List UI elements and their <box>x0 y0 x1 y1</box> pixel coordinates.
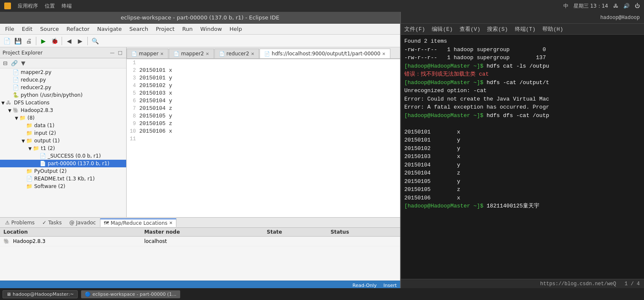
folder-icon: 📁 <box>26 138 33 144</box>
explorer-menu-btn[interactable]: ▼ <box>20 60 27 67</box>
dfs-icon: 🖧 <box>6 100 13 106</box>
term-prompt: [hadoop@HadoopMaster ~]$ <box>404 63 487 69</box>
toolbar-forward[interactable]: ▶ <box>75 36 85 46</box>
tree-label: reduce.py <box>21 77 46 83</box>
tab-mapper-icon: 📄 <box>131 51 137 57</box>
folder-icon: 📁 <box>26 130 33 136</box>
tree-item-8[interactable]: ▼ 📁 (8) <box>0 114 126 122</box>
minimize-panel[interactable]: — <box>109 49 116 56</box>
maximize-panel[interactable]: □ <box>117 49 124 56</box>
term-out-8: 20150105 z <box>404 185 641 194</box>
tree-item-pyoutput[interactable]: 📁 PyOutput (2) <box>0 167 126 175</box>
term-menu-help[interactable]: 帮助(H) <box>542 25 563 33</box>
tree-item-dfs[interactable]: ▼ 🖧 DFS Locations <box>0 99 126 106</box>
tree-label: DFS Locations <box>14 100 49 106</box>
eclipse-menubar: File Edit Source Refactor Navigate Searc… <box>0 24 400 35</box>
tab-part-close[interactable]: ✕ <box>382 52 385 56</box>
mapreduce-label: Map/Reduce Locations <box>111 220 168 226</box>
code-area: 1 220150101 x 320150101 y 420150102 y 52… <box>127 59 400 143</box>
tree-label: _SUCCESS (0.0 b, r1) <box>48 153 101 159</box>
col-state: State <box>263 228 327 237</box>
toolbar-search[interactable]: 🔍 <box>90 36 100 46</box>
tree-item-readme[interactable]: 📄 README.txt (1.3 Kb, r1) <box>0 175 126 183</box>
tree-item-input[interactable]: 📁 input (2) <box>0 129 126 137</box>
term-line-file2: -rw-r--r-- 1 hadoop supergroup 137 <box>404 54 641 62</box>
menu-refactor[interactable]: Refactor <box>63 25 93 33</box>
file-icon: 📄 <box>13 69 19 75</box>
terminal-menu-item[interactable]: 终端 <box>62 3 72 10</box>
menu-search[interactable]: Search <box>126 25 152 33</box>
terminal-bottom: https://blog.csdn.net/weQ 1 / 4 <box>401 279 644 288</box>
volume-icon: 🔊 <box>623 3 630 9</box>
term-out-6: 20150104 z <box>404 169 641 177</box>
toolbar-debug[interactable]: 🐞 <box>49 36 60 46</box>
taskbar-terminal[interactable]: 🖥 hadoop@HadoopMaster:~ <box>3 290 78 298</box>
app-menu-item[interactable]: 应用程序 <box>18 3 38 10</box>
collapse-all-btn[interactable]: ⊟ <box>2 60 9 67</box>
tab-part00000[interactable]: 📄 hdfs://localhost:9000/output/t1/part-0… <box>260 49 390 59</box>
tab-reducer2[interactable]: 📄 reducer2 ✕ <box>214 49 259 58</box>
taskbar-eclipse[interactable]: 🔵 eclipse-workspace - part-00000 (1... <box>81 290 180 298</box>
tab-reducer2-icon: 📄 <box>219 51 225 57</box>
tree-item-reducer2[interactable]: 📄 reducer2.py <box>0 84 126 91</box>
toolbar-save[interactable]: 💾 <box>13 36 23 46</box>
tree-item-mapper2[interactable]: 📄 mapper2.py <box>0 68 126 76</box>
bottom-tab-javadoc[interactable]: @ Javadoc <box>66 219 99 226</box>
bottom-tab-mapreduce[interactable]: 🗺 Map/Reduce Locations ✕ <box>100 218 176 227</box>
tab-mapper2[interactable]: 📄 mapper2 ✕ <box>169 49 214 58</box>
term-menu-search[interactable]: 搜索(S) <box>487 25 508 33</box>
menu-navigate[interactable]: Navigate <box>94 25 125 33</box>
toolbar-run[interactable]: ▶ <box>38 36 49 46</box>
menu-edit[interactable]: Edit <box>19 25 36 33</box>
tree-item-part00000[interactable]: 📄 part-00000 (137.0 b, r1) <box>0 160 126 167</box>
term-out-5: 20150104 y <box>404 161 641 169</box>
tree-item-software[interactable]: 📁 Software (2) <box>0 183 126 190</box>
link-editor-btn[interactable]: 🔗 <box>10 60 19 67</box>
folder-icon: 📁 <box>26 183 33 189</box>
tree-item-hadoop[interactable]: ▼ 🐘 Hadoop2.8.3 <box>0 106 126 114</box>
menu-file[interactable]: File <box>2 25 18 33</box>
tree-label: reducer2.py <box>21 85 51 90</box>
term-menu-terminal[interactable]: 终端(T) <box>515 25 536 33</box>
menu-source[interactable]: Source <box>37 25 62 33</box>
bottom-tab-tasks[interactable]: ✓ Tasks <box>39 219 65 226</box>
file-icon: 📄 <box>40 161 46 166</box>
tree-item-python[interactable]: 🐍 python (/usr/bin/python) <box>0 91 126 99</box>
tab-mapper-close[interactable]: ✕ <box>160 52 164 56</box>
editor-content[interactable]: 1 220150101 x 320150101 y 420150102 y 52… <box>127 59 400 217</box>
tree-item-t1[interactable]: ▼ 📁 t1 (2) <box>0 145 126 152</box>
term-menu-file[interactable]: 文件(F) <box>404 25 425 33</box>
system-bar-left: 应用程序 位置 终端 <box>4 3 72 10</box>
toolbar-back[interactable]: ◀ <box>64 36 74 46</box>
toolbar-print[interactable]: 🖨 <box>24 36 34 46</box>
tree-item-reduce[interactable]: 📄 reduce.py <box>0 76 126 84</box>
menu-project[interactable]: Project <box>152 25 178 33</box>
col-location: Location <box>0 228 141 237</box>
tab-reducer2-close[interactable]: ✕ <box>251 52 254 56</box>
term-line-cmd4: [hadoop@HadoopMaster ~]$ 18211400125童天宇 <box>404 202 641 210</box>
tab-mapper2-close[interactable]: ✕ <box>206 52 209 56</box>
term-cmd3: hdfs dfs -cat /outp <box>487 112 549 119</box>
location-menu-item[interactable]: 位置 <box>45 3 55 10</box>
menu-window[interactable]: Window <box>197 25 225 33</box>
bottom-tab-problems[interactable]: ⚠ Problems <box>2 219 38 226</box>
tree-item-data[interactable]: 📁 data (1) <box>0 122 126 129</box>
table-row[interactable]: 🐘 Hadoop2.8.3 localhost <box>0 237 400 246</box>
tree-item-success[interactable]: 📄 _SUCCESS (0.0 b, r1) <box>0 152 126 160</box>
terminal-content[interactable]: Found 2 items -rw-r--r-- 1 hadoop superg… <box>401 35 644 279</box>
tree-item-output[interactable]: ▼ 📁 output (1) <box>0 137 126 145</box>
menu-help[interactable]: Help <box>226 25 246 33</box>
term-menu-edit[interactable]: 编辑(E) <box>432 25 452 33</box>
tab-mapper[interactable]: 📄 mapper ✕ <box>127 49 168 58</box>
tree-label: (8) <box>27 115 35 121</box>
editor-tab-bar: 📄 mapper ✕ 📄 mapper2 ✕ 📄 reducer2 ✕ <box>127 47 400 59</box>
term-cmd4: 18211400125童天宇 <box>487 203 539 209</box>
explorer-toolbar: ⊟ 🔗 ▼ <box>0 58 126 68</box>
toolbar-new[interactable]: 📄 <box>2 36 12 46</box>
mapreduce-tab-close[interactable]: ✕ <box>169 221 173 225</box>
tree-label: Hadoop2.8.3 <box>21 107 53 113</box>
menu-run[interactable]: Run <box>179 25 196 33</box>
term-menu-view[interactable]: 查看(V) <box>460 25 480 33</box>
power-icon[interactable]: ⏻ <box>635 3 640 9</box>
terminal-titlebar: hadoop@Hadoop <box>401 12 644 24</box>
